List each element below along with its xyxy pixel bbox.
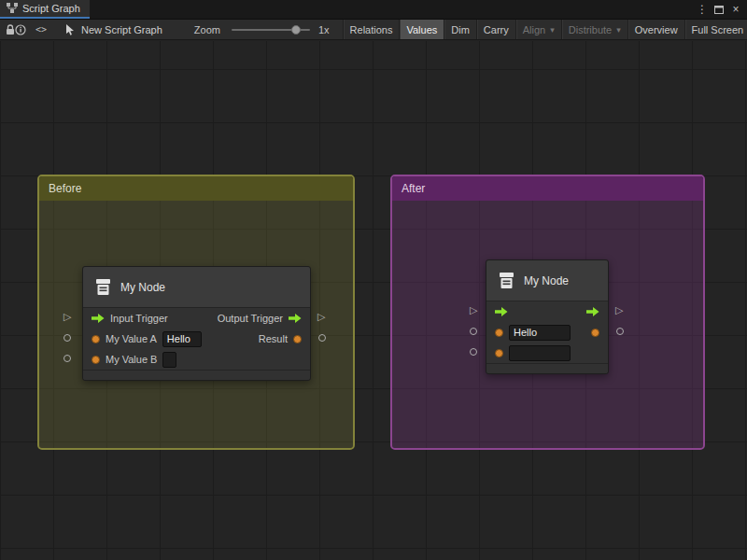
overview-button[interactable]: Overview — [627, 20, 684, 39]
zoom-slider-handle[interactable] — [291, 25, 301, 35]
input-trigger-label: Input Trigger — [110, 313, 168, 324]
group-after-header[interactable]: After — [392, 176, 703, 201]
value-port-circle[interactable] — [616, 328, 624, 335]
exec-input-port-icon[interactable] — [495, 307, 508, 316]
node-row-value-b: My Value B — [83, 349, 310, 370]
value-a-label: My Value A — [106, 333, 157, 344]
exec-port-triangle[interactable]: ▷ — [63, 312, 71, 323]
value-b-label: My Value B — [106, 354, 157, 365]
toolbar-buttons: Relations Values Dim Carry Align▾ Distri… — [343, 20, 747, 39]
chevron-down-icon: ▾ — [550, 25, 555, 35]
graph-name: New Script Graph — [65, 24, 162, 35]
script-graph-window: Script Graph ⋮ × <> New Script Graph Zoo… — [0, 0, 747, 560]
exec-port-triangle[interactable]: ▷ — [615, 305, 623, 316]
cursor-icon — [65, 24, 76, 35]
graph-canvas[interactable]: Before After My Node — [0, 41, 747, 560]
value-port-circle[interactable] — [63, 355, 71, 362]
relations-button[interactable]: Relations — [343, 20, 400, 39]
node-icon — [94, 278, 112, 296]
code-icon[interactable]: <> — [35, 20, 47, 40]
value-port-circle[interactable] — [470, 348, 477, 356]
node-my-node-before[interactable]: My Node Input Trigger Output Trigger My … — [82, 266, 311, 381]
script-graph-icon — [7, 3, 18, 14]
value-b-field[interactable] — [509, 345, 571, 361]
zoom-value: 1x — [318, 24, 330, 35]
node-row-triggers — [486, 301, 608, 322]
node-row-value-a: My Value A Result — [83, 329, 310, 349]
graph-toolbar: <> New Script Graph Zoom 1x Relations Va… — [0, 19, 747, 40]
tab-title: Script Graph — [22, 3, 80, 14]
tab-bar: Script Graph ⋮ × — [0, 0, 747, 19]
value-port-circle[interactable] — [470, 328, 477, 335]
node-header[interactable]: My Node — [83, 267, 310, 308]
node-footer — [486, 363, 608, 373]
exec-port-triangle[interactable]: ▷ — [317, 312, 325, 323]
node-title: My Node — [120, 281, 165, 294]
value-port-icon[interactable] — [495, 329, 503, 337]
carry-button[interactable]: Carry — [476, 20, 515, 39]
chevron-down-icon: ▾ — [616, 25, 621, 35]
dim-button[interactable]: Dim — [444, 20, 476, 39]
value-port-circle[interactable] — [318, 334, 326, 342]
info-icon[interactable] — [15, 20, 26, 40]
exec-output-port-icon[interactable] — [289, 314, 302, 323]
node-footer — [83, 370, 310, 380]
exec-output-port-icon[interactable] — [586, 307, 599, 316]
values-button[interactable]: Values — [399, 20, 444, 39]
value-a-field[interactable] — [162, 331, 202, 347]
value-b-field[interactable] — [162, 352, 176, 368]
close-icon[interactable]: × — [729, 2, 742, 17]
node-title: My Node — [524, 274, 569, 287]
group-before-header[interactable]: Before — [39, 176, 353, 201]
value-port-icon[interactable] — [293, 335, 302, 343]
graph-name-label: New Script Graph — [81, 24, 162, 35]
group-before-title: Before — [49, 182, 81, 195]
value-port-icon[interactable] — [591, 329, 599, 337]
tab-script-graph[interactable]: Script Graph — [0, 0, 90, 19]
lock-icon[interactable] — [6, 20, 15, 40]
exec-port-triangle[interactable]: ▷ — [470, 305, 477, 316]
zoom-label: Zoom — [194, 24, 220, 35]
zoom-slider[interactable] — [232, 29, 310, 31]
result-label: Result — [259, 333, 288, 344]
group-after-title: After — [402, 182, 425, 195]
menu-icon[interactable]: ⋮ — [696, 2, 709, 17]
node-header[interactable]: My Node — [486, 260, 608, 301]
distribute-dropdown[interactable]: Distribute▾ — [561, 20, 627, 39]
node-row-value-a — [486, 322, 608, 343]
zoom-control: Zoom 1x — [194, 24, 330, 35]
value-port-icon[interactable] — [92, 356, 100, 364]
value-port-circle[interactable] — [63, 334, 71, 342]
align-dropdown[interactable]: Align▾ — [515, 20, 561, 39]
value-a-field[interactable] — [509, 325, 571, 341]
node-icon — [498, 272, 515, 289]
maximize-icon[interactable] — [712, 2, 726, 17]
fullscreen-button[interactable]: Full Screen — [684, 20, 747, 39]
value-port-icon[interactable] — [495, 349, 503, 357]
output-trigger-label: Output Trigger — [218, 313, 283, 324]
node-row-triggers: Input Trigger Output Trigger — [83, 308, 310, 329]
exec-input-port-icon[interactable] — [92, 314, 105, 323]
value-port-icon[interactable] — [92, 335, 100, 343]
node-row-value-b — [486, 343, 608, 363]
node-my-node-after[interactable]: My Node — [486, 259, 609, 374]
window-controls: ⋮ × — [696, 0, 747, 19]
